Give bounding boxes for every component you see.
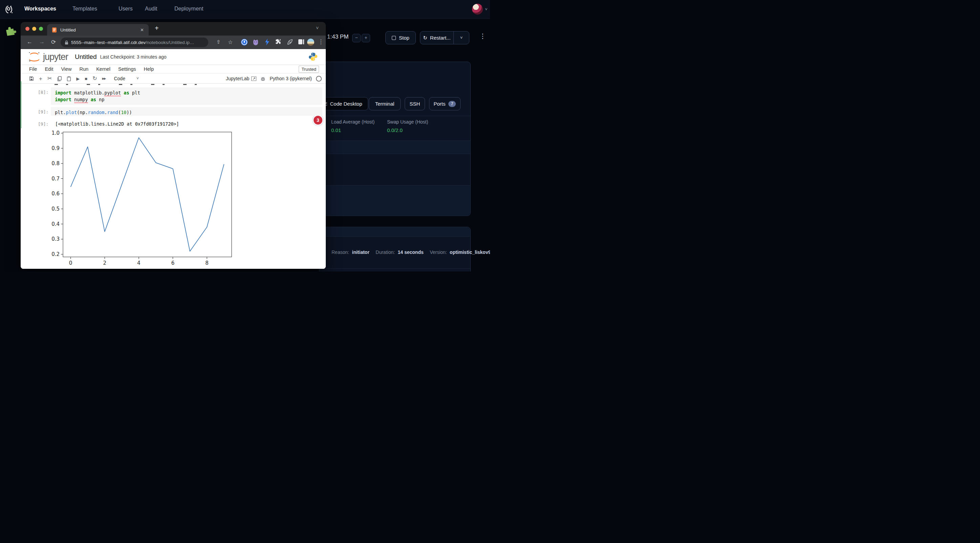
svg-text:0.9: 0.9 [51,145,60,151]
svg-text:0.7: 0.7 [51,176,60,182]
checkpoint-status: Last Checkpoint: 3 minutes ago [100,54,166,60]
forward-icon[interactable]: → [39,38,45,45]
ports-count-badge: 7 [449,101,456,107]
build-meta-row: Reason: initiator Duration: 14 seconds V… [331,249,490,255]
nav-item-deployment[interactable]: Deployment [174,6,203,12]
svg-text:1.0: 1.0 [51,130,60,136]
new-tab-button[interactable]: + [155,24,159,32]
notebook-title[interactable]: Untitled [75,53,97,60]
schedule-plus-button[interactable]: + [362,34,370,42]
restart-button[interactable]: ↻ Restart... [420,35,453,41]
stop-button[interactable]: Stop [385,31,416,44]
back-icon[interactable]: ← [27,38,32,45]
svg-text:4: 4 [137,260,140,266]
paste-icon[interactable] [67,76,71,81]
onepassword-extension-icon[interactable] [241,38,248,46]
minimize-window-button[interactable] [32,27,36,31]
browser-profile-avatar[interactable] [307,38,314,46]
browser-tab-strip: Untitled ✕ + ˅ [21,22,326,35]
clipped-scrolled-text [54,84,200,85]
card-divider [319,236,470,237]
nav-item-templates[interactable]: Templates [72,6,97,12]
restart-options-chevron[interactable]: ˅ [454,35,469,40]
menu-file[interactable]: File [29,66,37,72]
load-average-label: Load Average (Host) [331,119,374,125]
card-divider [319,140,470,141]
schedule-minus-button[interactable]: − [352,34,361,42]
duration-label: Duration: [375,249,395,255]
cell-type-chevron-icon[interactable]: ˅ [137,76,139,81]
menu-kernel[interactable]: Kernel [96,66,110,72]
github-octocat-extension-icon[interactable] [252,38,259,46]
menu-view[interactable]: View [61,66,72,72]
code-cell-9[interactable]: plt.plot(np.random.rand(10)) [51,107,322,116]
output9-prompt: [9]: [38,122,48,127]
swap-usage-value: 0.0/2.0 [387,127,402,133]
url-path: /notebooks/Untitled.ip… [146,40,194,45]
share-icon[interactable]: ⇧ [216,39,221,45]
lightning-extension-icon[interactable] [264,38,270,46]
user-avatar[interactable] [472,4,483,14]
card-divider [319,154,470,154]
coder-logo[interactable] [5,5,14,14]
toolbar-right: JupyterLab ↗ Python 3 (ipykernel) [226,76,322,82]
restart-split-button[interactable]: ↻ Restart... ˅ [420,31,469,44]
menu-help[interactable]: Help [143,66,154,72]
cell-type-select[interactable]: Code [114,76,125,81]
ports-button[interactable]: Ports 7 [429,97,461,110]
code-cell-8[interactable]: import matplotlib.pyplot as plt import n… [51,87,322,105]
external-link-icon[interactable]: ↗ [251,76,256,81]
browser-tab[interactable]: Untitled ✕ [47,24,149,35]
energy-saver-icon[interactable] [287,38,293,45]
add-cell-icon[interactable]: + [39,76,42,82]
address-bar[interactable]: 5555--main--test--matifali.atif.cdr.dev/… [60,38,208,47]
extensions-puzzle-icon[interactable] [275,38,282,45]
vscode-desktop-label: Code Desktop [330,101,362,106]
nav-item-audit[interactable]: Audit [145,6,157,12]
cell8-prompt: [8]: [38,90,48,95]
menu-run[interactable]: Run [80,66,89,72]
ssh-button[interactable]: SSH [405,97,425,110]
nav-item-users[interactable]: Users [119,6,133,12]
nav-item-workspaces[interactable]: Workspaces [24,6,56,12]
cut-icon[interactable]: ✂ [48,76,52,81]
reason-label: Reason: [331,249,349,255]
stop-button-label: Stop [399,35,409,41]
card-row-band [320,186,470,215]
jupyterlab-link[interactable]: JupyterLab [226,76,249,81]
interrupt-kernel-icon[interactable]: ■ [85,76,88,81]
workspace-kebab-menu[interactable]: ⋮ [479,32,486,40]
terminal-label: Terminal [375,101,395,106]
run-count-badge[interactable]: 3 [313,115,323,125]
svg-text:0.6: 0.6 [51,191,60,197]
svg-text:0.8: 0.8 [51,160,60,167]
debugger-bug-icon[interactable] [261,76,266,81]
restart-kernel-icon[interactable]: ↻ [92,76,97,81]
save-icon[interactable] [29,76,34,81]
chevron-down-icon[interactable]: ˅ [485,7,488,12]
swap-usage-label: Swap Usage (Host) [387,119,428,125]
reload-icon[interactable]: ⟳ [51,38,56,46]
lock-icon [65,40,68,45]
close-window-button[interactable] [25,27,29,31]
menu-settings[interactable]: Settings [118,66,136,72]
svg-text:0.2: 0.2 [51,251,60,257]
copy-icon[interactable] [57,76,62,81]
chart: 0.20.30.40.50.60.70.80.91.002468 [40,129,250,268]
vscode-desktop-button[interactable]: S Code Desktop [319,97,368,110]
side-panel-icon[interactable] [298,39,304,45]
kernel-name[interactable]: Python 3 (ipykernel) [270,76,312,81]
trusted-button[interactable]: Trusted [299,66,319,73]
bookmark-star-icon[interactable]: ☆ [228,39,233,45]
tab-search-chevron-icon[interactable]: ˅ [316,25,319,31]
run-all-icon[interactable]: ▶▶ [102,77,106,80]
jupyter-brand: jupyter [43,52,68,62]
menu-edit[interactable]: Edit [45,66,53,72]
maximize-window-button[interactable] [39,27,43,31]
cell9-prompt: [9]: [38,110,48,114]
browser-kebab-menu[interactable]: ⋮ [318,38,324,45]
tab-close-icon[interactable]: ✕ [140,27,144,32]
ports-label: Ports [434,101,445,106]
terminal-button[interactable]: Terminal [369,97,401,110]
run-cell-icon[interactable]: ▶ [76,76,80,81]
